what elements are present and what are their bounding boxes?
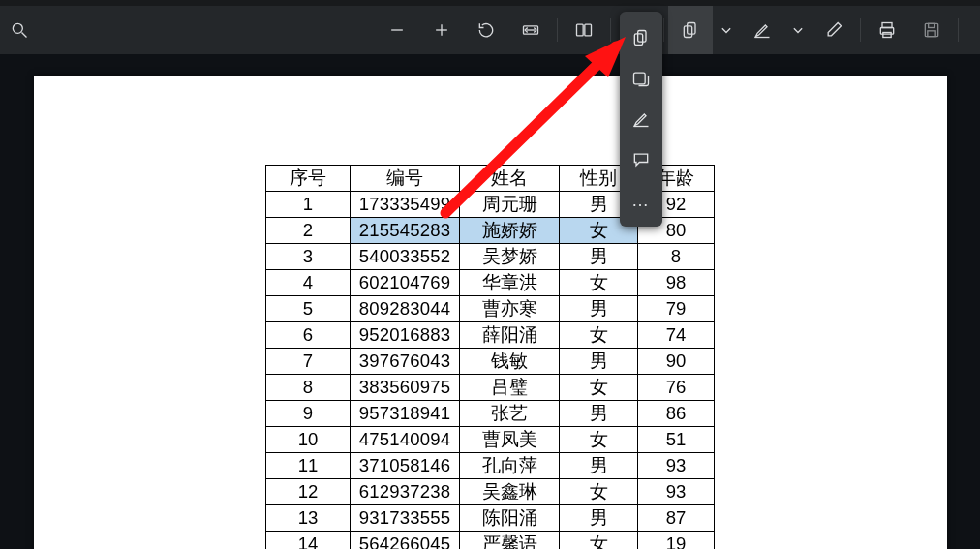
- table-cell: 10: [266, 427, 351, 453]
- table-cell: 86: [638, 401, 715, 427]
- table-cell: 76: [638, 375, 715, 401]
- toolbar-separator: [860, 18, 861, 42]
- table-row[interactable]: 12612937238吴鑫琳女93: [266, 479, 715, 505]
- table-cell: 施娇娇: [460, 218, 560, 244]
- dropdown-item-more[interactable]: …: [620, 180, 662, 221]
- table-cell: 93: [638, 479, 715, 505]
- toolbar-separator: [958, 18, 959, 42]
- table-cell: 93: [638, 453, 715, 479]
- search-button[interactable]: [0, 6, 39, 54]
- table-cell: 薛阳涌: [460, 322, 560, 349]
- dropdown-item-copy[interactable]: [620, 17, 662, 58]
- table-cell: 602104769: [351, 270, 460, 296]
- table-cell: 397676043: [351, 349, 460, 375]
- svg-rect-19: [928, 31, 935, 37]
- dropdown-item-select-text[interactable]: [620, 58, 662, 99]
- table-row[interactable]: 3540033552吴梦娇男8: [266, 244, 715, 270]
- svg-rect-14: [882, 23, 892, 28]
- ellipsis-icon: …: [631, 191, 651, 211]
- table-cell: 女: [560, 375, 638, 401]
- table-cell: 74: [638, 322, 715, 349]
- table-cell: 13: [266, 505, 351, 532]
- zoom-out-button[interactable]: [375, 6, 419, 54]
- table-cell: 564266045: [351, 532, 460, 550]
- table-cell: 3: [266, 244, 351, 270]
- document-viewport[interactable]: 序号 编号 姓名 性别 年龄 1173335499周元珊男92221554528…: [0, 54, 980, 549]
- toolbar-separator: [610, 18, 611, 42]
- toolbar-right-group: A: [375, 6, 980, 54]
- table-cell: 男: [560, 401, 638, 427]
- toolbar-separator: [663, 18, 664, 42]
- table-cell: 383560975: [351, 375, 460, 401]
- page-view-button[interactable]: [562, 6, 606, 54]
- fit-width-button[interactable]: [508, 6, 553, 54]
- copy-dropdown-button[interactable]: [668, 6, 713, 54]
- table-row[interactable]: 9957318941张艺男86: [266, 401, 715, 427]
- table-cell: 男: [560, 296, 638, 322]
- table-cell: 吴梦娇: [460, 244, 560, 270]
- table-cell: 8: [638, 244, 715, 270]
- table-row[interactable]: 11371058146孔向萍男93: [266, 453, 715, 479]
- table-row[interactable]: 13931733555陈阳涌男87: [266, 505, 715, 532]
- table-cell: 曹凤美: [460, 427, 560, 453]
- eraser-button[interactable]: [812, 6, 856, 54]
- table-cell: 女: [560, 479, 638, 505]
- table-row[interactable]: 14564266045严馨语女19: [266, 532, 715, 550]
- svg-rect-8: [585, 24, 592, 36]
- dropdown-item-highlight[interactable]: [620, 99, 662, 139]
- table-cell: 周元珊: [460, 192, 560, 218]
- table-cell: 4: [266, 270, 351, 296]
- table-row[interactable]: 5809283044曹亦寒男79: [266, 296, 715, 322]
- highlighter-button[interactable]: [740, 6, 784, 54]
- table-row[interactable]: 4602104769华章洪女98: [266, 270, 715, 296]
- table-cell: 男: [560, 349, 638, 375]
- col-header: 姓名: [460, 166, 560, 192]
- table-cell: 371058146: [351, 453, 460, 479]
- table-cell: 2: [266, 218, 351, 244]
- svg-rect-20: [638, 31, 646, 43]
- table-cell: 952016883: [351, 322, 460, 349]
- table-row[interactable]: 8383560975吕璧女76: [266, 375, 715, 401]
- table-cell: 540033552: [351, 244, 460, 270]
- svg-line-1: [22, 33, 27, 38]
- table-cell: 957318941: [351, 401, 460, 427]
- svg-rect-16: [883, 33, 891, 38]
- table-cell: 5: [266, 296, 351, 322]
- chevron-down-icon[interactable]: [713, 6, 740, 54]
- col-header: 序号: [266, 166, 351, 192]
- svg-rect-22: [634, 73, 646, 84]
- table-cell: 曹亦寒: [460, 296, 560, 322]
- table-cell: 钱敏: [460, 349, 560, 375]
- table-cell: 陈阳涌: [460, 505, 560, 532]
- svg-rect-11: [684, 26, 691, 38]
- zoom-in-button[interactable]: [419, 6, 464, 54]
- table-cell: 女: [560, 532, 638, 550]
- svg-rect-10: [688, 23, 695, 35]
- print-button[interactable]: [865, 6, 909, 54]
- table-cell: 严馨语: [460, 532, 560, 550]
- table-cell: 51: [638, 427, 715, 453]
- table-row[interactable]: 6952016883薛阳涌女74: [266, 322, 715, 349]
- dropdown-item-comment[interactable]: [620, 139, 662, 180]
- table-row[interactable]: 7397676043钱敏男90: [266, 349, 715, 375]
- table-cell: 11: [266, 453, 351, 479]
- document-page: 序号 编号 姓名 性别 年龄 1173335499周元珊男92221554528…: [34, 76, 947, 549]
- toolbar-more-button[interactable]: [963, 6, 980, 54]
- rotate-button[interactable]: [464, 6, 508, 54]
- chevron-down-icon[interactable]: [784, 6, 812, 54]
- col-header: 编号: [351, 166, 460, 192]
- table-cell: 98: [638, 270, 715, 296]
- toolbar-separator: [557, 18, 558, 42]
- svg-rect-18: [929, 23, 935, 27]
- table-cell: 男: [560, 244, 638, 270]
- table-cell: 吕璧: [460, 375, 560, 401]
- table-cell: 女: [560, 427, 638, 453]
- table-cell: 809283044: [351, 296, 460, 322]
- table-row[interactable]: 10475140094曹凤美女51: [266, 427, 715, 453]
- table-cell: 男: [560, 505, 638, 532]
- table-cell: 7: [266, 349, 351, 375]
- table-cell: 87: [638, 505, 715, 532]
- table-cell: 6: [266, 322, 351, 349]
- save-button[interactable]: [909, 6, 954, 54]
- table-cell: 475140094: [351, 427, 460, 453]
